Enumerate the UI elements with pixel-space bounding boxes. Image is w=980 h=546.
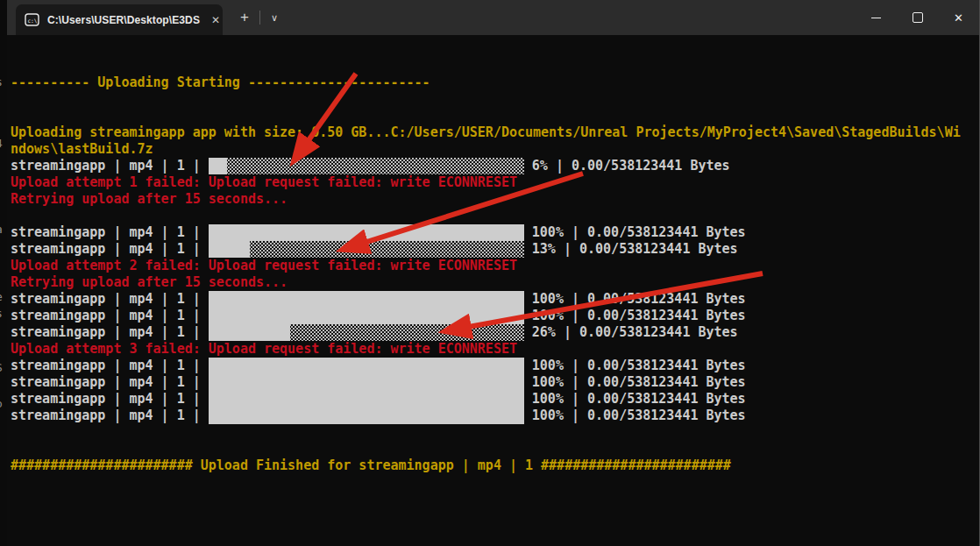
terminal-line: streamingapp | mp4 | 1 | 100% | 0.00/538… [11, 358, 979, 374]
background-text-fragment: 4 [0, 137, 3, 150]
background-text-fragment: e [0, 290, 3, 303]
tab-active[interactable]: c:\ C:\Users\USER\Desktop\E3DS ✕ [16, 4, 223, 35]
close-button[interactable]: ✕ [938, 0, 979, 35]
terminal-line: streamingapp | mp4 | 1 | 6% | 0.00/53812… [11, 158, 979, 174]
terminal-line: Retrying upload after 15 seconds... [11, 274, 979, 291]
progress-bar [209, 241, 524, 258]
progress-stats: 100% | 0.00/538123441 Bytes [524, 358, 746, 373]
progress-prefix: streamingapp | mp4 | 1 | [11, 358, 209, 373]
progress-bar [209, 308, 524, 324]
terminal-line: streamingapp | mp4 | 1 | 26% | 0.00/5381… [11, 324, 979, 341]
background-window-sliver: s4aesSo [0, 0, 7, 546]
terminal-window: c:\ C:\Users\USER\Desktop\E3DS ✕ + ∨ ✕ -… [7, 0, 980, 546]
maximize-button[interactable] [897, 0, 938, 35]
progress-prefix: streamingapp | mp4 | 1 | [11, 324, 209, 340]
background-text-fragment: a [0, 223, 3, 236]
progress-bar-fill [209, 358, 524, 374]
background-text-fragment: S [0, 361, 3, 374]
terminal-line: streamingapp | mp4 | 1 | 100% | 0.00/538… [11, 374, 979, 391]
progress-prefix: streamingapp | mp4 | 1 | [11, 408, 209, 423]
progress-prefix: streamingapp | mp4 | 1 | [11, 158, 209, 174]
progress-prefix: streamingapp | mp4 | 1 | [11, 391, 209, 407]
tab-dropdown-button[interactable]: ∨ [260, 0, 288, 35]
command-prompt-icon: c:\ [25, 13, 39, 26]
progress-stats: 26% | 0.00/538123441 Bytes [524, 324, 738, 340]
maximize-icon [913, 12, 923, 23]
terminal-line [11, 441, 979, 457]
progress-bar-fill [209, 391, 524, 408]
progress-bar-fill [209, 241, 250, 258]
progress-bar [209, 391, 524, 408]
progress-prefix: streamingapp | mp4 | 1 | [11, 308, 209, 323]
tab-title: C:\Users\USER\Desktop\E3DS [47, 14, 200, 26]
terminal-line: Upload attempt 1 failed: Upload request … [11, 174, 979, 191]
progress-stats: 100% | 0.00/538123441 Bytes [524, 391, 746, 407]
progress-bar [209, 408, 524, 424]
terminal-line: ---------- Uploading Starting ----------… [11, 74, 979, 91]
terminal-output: ---------- Uploading Starting ----------… [11, 74, 979, 474]
progress-bar-fill [209, 158, 228, 174]
progress-prefix: streamingapp | mp4 | 1 | [11, 291, 209, 307]
progress-stats: 13% | 0.00/538123441 Bytes [524, 241, 738, 257]
terminal-line: streamingapp | mp4 | 1 | 13% | 0.00/5381… [11, 241, 979, 258]
terminal-line: Uploading streamingapp app with size: 0.… [11, 124, 979, 141]
minimize-button[interactable] [856, 0, 897, 35]
progress-bar [209, 158, 524, 174]
progress-stats: 6% | 0.00/538123441 Bytes [524, 158, 730, 174]
terminal-content[interactable]: ---------- Uploading Starting ----------… [7, 35, 979, 546]
progress-bar-fill [209, 308, 524, 324]
progress-stats: 100% | 0.00/538123441 Bytes [524, 374, 746, 390]
terminal-line: streamingapp | mp4 | 1 | 100% | 0.00/538… [11, 224, 979, 241]
titlebar[interactable]: c:\ C:\Users\USER\Desktop\E3DS ✕ + ∨ ✕ [7, 0, 979, 35]
terminal-line: Retrying upload after 15 seconds... [11, 191, 979, 208]
progress-prefix: streamingapp | mp4 | 1 | [11, 374, 209, 390]
background-text-fragment: s [0, 75, 3, 89]
background-text-fragment: s [0, 307, 3, 320]
progress-bar-fill [209, 224, 524, 241]
progress-stats: 100% | 0.00/538123441 Bytes [524, 224, 746, 240]
terminal-line: Upload attempt 2 failed: Upload request … [11, 258, 979, 274]
progress-stats: 100% | 0.00/538123441 Bytes [524, 308, 746, 323]
terminal-line: Upload attempt 3 failed: Upload request … [11, 341, 979, 358]
terminal-line [11, 91, 979, 108]
terminal-line [11, 108, 979, 124]
tab-close-icon[interactable]: ✕ [208, 12, 224, 28]
background-text-fragment: o [0, 397, 3, 410]
progress-prefix: streamingapp | mp4 | 1 | [11, 224, 209, 240]
progress-prefix: streamingapp | mp4 | 1 | [11, 241, 209, 257]
progress-bar [209, 291, 524, 308]
terminal-line: ndows\lastBuild.7z [11, 141, 979, 158]
progress-bar-fill [209, 374, 524, 391]
terminal-line [11, 208, 979, 224]
progress-bar [209, 224, 524, 241]
progress-bar [209, 358, 524, 374]
close-icon: ✕ [954, 11, 963, 25]
progress-stats: 100% | 0.00/538123441 Bytes [524, 408, 746, 423]
progress-bar [209, 324, 524, 341]
progress-bar-fill [209, 324, 291, 341]
progress-stats: 100% | 0.00/538123441 Bytes [524, 291, 746, 307]
minimize-icon [871, 18, 881, 18]
progress-bar-fill [209, 291, 524, 308]
terminal-line: streamingapp | mp4 | 1 | 100% | 0.00/538… [11, 291, 979, 308]
titlebar-drag-area[interactable] [288, 0, 856, 35]
terminal-line: streamingapp | mp4 | 1 | 100% | 0.00/538… [11, 408, 979, 424]
progress-bar-fill [209, 408, 524, 424]
progress-bar [209, 374, 524, 391]
terminal-line: streamingapp | mp4 | 1 | 100% | 0.00/538… [11, 308, 979, 324]
new-tab-button[interactable]: + [230, 0, 259, 35]
terminal-line: streamingapp | mp4 | 1 | 100% | 0.00/538… [11, 391, 979, 408]
terminal-line: ####################### Upload Finished … [11, 457, 979, 474]
terminal-line [11, 424, 979, 441]
svg-text:c:\: c:\ [27, 18, 37, 24]
